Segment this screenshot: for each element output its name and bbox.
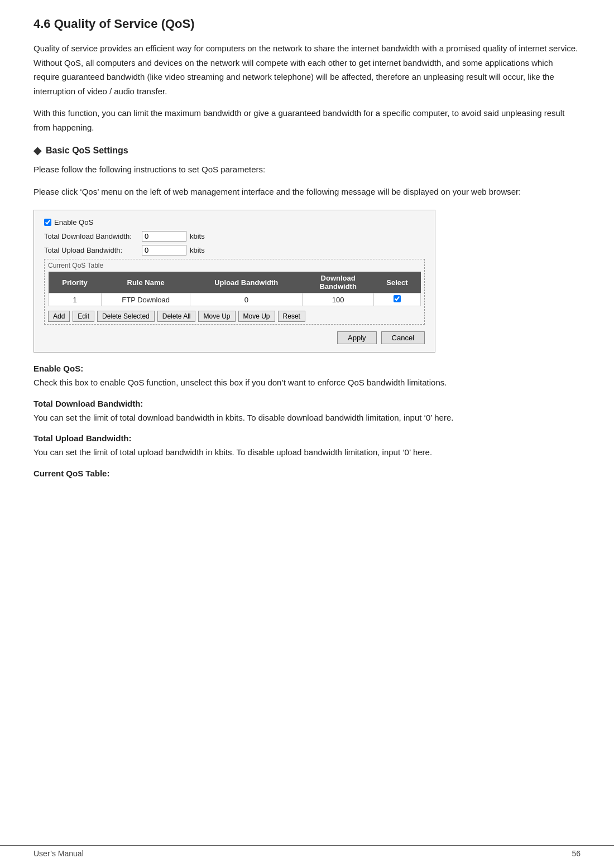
footer-manual-label: User’s Manual [33, 849, 84, 858]
total-download-section-text: You can set the limit of total download … [33, 411, 581, 425]
col-rule-name: Rule Name [102, 272, 190, 293]
current-qos-label: Current QoS Table [48, 262, 421, 269]
footer-page-number: 56 [572, 849, 581, 858]
cell-download-bw: 100 [303, 293, 374, 306]
edit-button[interactable]: Edit [73, 311, 94, 322]
cancel-button[interactable]: Cancel [381, 331, 425, 344]
cell-priority: 1 [49, 293, 102, 306]
qos-table: Priority Rule Name Upload Bandwidth Down… [48, 272, 421, 306]
upload-bw-label: Total Upload Bandwidth: [44, 246, 142, 254]
row-select-checkbox[interactable] [394, 295, 401, 302]
enable-qos-label: Enable QoS [54, 218, 93, 226]
footer: User’s Manual 56 [0, 845, 614, 858]
enable-qos-section-heading: Enable QoS: [33, 364, 581, 373]
enable-qos-checkbox[interactable] [44, 219, 51, 226]
table-buttons-row: Add Edit Delete Selected Delete All Move… [48, 311, 421, 322]
current-qos-section-heading: Current QoS Table: [33, 469, 581, 478]
instruction-2: Please click ‘Qos’ menu on the left of w… [33, 185, 581, 199]
upload-kbits-label: kbits [190, 246, 205, 254]
col-download-bw: DownloadBandwidth [303, 272, 374, 293]
instruction-1: Please follow the following instructions… [33, 162, 581, 177]
basic-qos-settings-heading: ◆ Basic QoS Settings [33, 144, 581, 157]
upload-bw-row: Total Upload Bandwidth: kbits [44, 245, 425, 255]
enable-qos-row: Enable QoS [44, 218, 425, 226]
download-kbits-label: kbits [190, 232, 205, 240]
enable-qos-section-text: Check this box to enable QoS function, u… [33, 375, 581, 390]
intro-paragraph-1: Quality of service provides an efficient… [33, 41, 581, 98]
table-header-row: Priority Rule Name Upload Bandwidth Down… [49, 272, 421, 293]
current-qos-table-box: Current QoS Table Priority Rule Name Upl… [44, 259, 425, 325]
cell-upload-bw: 0 [190, 293, 303, 306]
upload-bw-input[interactable] [142, 245, 186, 255]
delete-selected-button[interactable]: Delete Selected [97, 311, 155, 322]
apply-button[interactable]: Apply [337, 331, 377, 344]
download-bw-label: Total Download Bandwidth: [44, 232, 142, 240]
diamond-icon: ◆ [33, 144, 41, 157]
section-title: 4.6 Quality of Service (QoS) [33, 17, 581, 31]
download-bw-input[interactable] [142, 231, 186, 242]
total-download-section-heading: Total Download Bandwidth: [33, 399, 581, 408]
qos-screenshot: Enable QoS Total Download Bandwidth: kbi… [33, 210, 435, 353]
col-priority: Priority [49, 272, 102, 293]
table-row: 1 FTP Download 0 100 [49, 293, 421, 306]
col-upload-bw: Upload Bandwidth [190, 272, 303, 293]
total-upload-section-heading: Total Upload Bandwidth: [33, 433, 581, 443]
cell-rule-name: FTP Download [102, 293, 190, 306]
col-select: Select [373, 272, 420, 293]
intro-paragraph-2: With this function, you can limit the ma… [33, 106, 581, 134]
download-bw-row: Total Download Bandwidth: kbits [44, 231, 425, 242]
reset-button[interactable]: Reset [278, 311, 305, 322]
cell-select[interactable] [373, 293, 420, 306]
move-up-button-1[interactable]: Move Up [198, 311, 235, 322]
add-button[interactable]: Add [48, 311, 70, 322]
total-upload-section-text: You can set the limit of total upload ba… [33, 445, 581, 460]
delete-all-button[interactable]: Delete All [157, 311, 196, 322]
apply-cancel-row: Apply Cancel [44, 331, 425, 344]
move-up-button-2[interactable]: Move Up [238, 311, 275, 322]
